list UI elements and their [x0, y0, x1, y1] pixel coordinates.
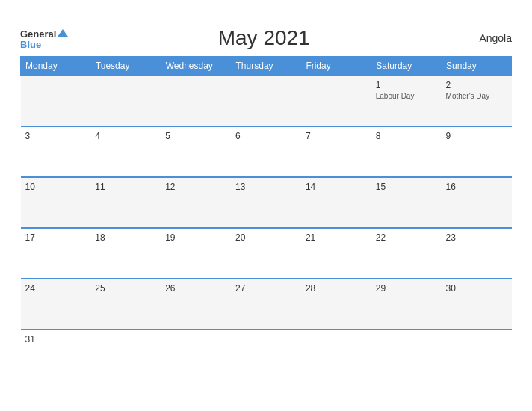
calendar-cell — [231, 75, 301, 126]
day-number: 1 — [376, 80, 437, 90]
month-title: May 2021 — [68, 26, 460, 50]
calendar-cell: 13 — [231, 177, 301, 228]
day-number: 6 — [235, 131, 297, 141]
calendar-cell — [90, 75, 161, 126]
week-row-3: 10111213141516 — [21, 177, 512, 228]
day-number: 13 — [235, 182, 297, 192]
day-number: 8 — [376, 131, 437, 141]
day-number: 17 — [25, 232, 87, 243]
day-number: 30 — [446, 283, 507, 294]
calendar-cell — [442, 330, 512, 380]
week-row-5: 24252627282930 — [21, 279, 512, 330]
day-number: 21 — [306, 232, 367, 243]
calendar-cell: 24 — [21, 279, 91, 330]
week-row-1: 1Labour Day2Mother's Day — [21, 75, 512, 126]
col-header-saturday: Saturday — [371, 57, 442, 76]
column-headers-row: MondayTuesdayWednesdayThursdayFridaySatu… — [21, 57, 512, 76]
calendar-cell: 11 — [90, 177, 161, 228]
calendar-cell — [231, 330, 301, 380]
day-number: 2 — [446, 80, 507, 90]
week-row-2: 3456789 — [21, 126, 512, 177]
col-header-thursday: Thursday — [231, 57, 301, 76]
calendar-cell: 19 — [161, 228, 231, 279]
calendar-cell: 17 — [21, 228, 91, 279]
day-number: 10 — [25, 182, 87, 192]
calendar-cell — [301, 330, 371, 380]
holiday-label: Mother's Day — [446, 92, 507, 100]
calendar-cell: 27 — [231, 279, 301, 330]
day-number: 25 — [95, 283, 156, 294]
day-number: 9 — [446, 131, 507, 141]
calendar-cell: 6 — [231, 126, 301, 177]
day-number: 16 — [446, 182, 507, 192]
calendar-cell — [161, 330, 231, 380]
calendar-cell: 12 — [161, 177, 231, 228]
calendar-cell — [161, 75, 231, 126]
week-row-4: 17181920212223 — [21, 228, 512, 279]
calendar-container: General Blue May 2021 Angola MondayTuesd… — [8, 19, 524, 392]
calendar-cell: 28 — [301, 279, 371, 330]
calendar-cell: 14 — [301, 177, 371, 228]
calendar-cell: 20 — [231, 228, 301, 279]
col-header-tuesday: Tuesday — [90, 57, 161, 76]
calendar-cell: 18 — [90, 228, 161, 279]
logo-general-text: General — [20, 28, 68, 40]
day-number: 12 — [165, 182, 226, 192]
day-number: 28 — [306, 283, 367, 294]
day-number: 22 — [376, 232, 437, 243]
week-row-6: 31 — [21, 330, 512, 380]
calendar-cell: 23 — [442, 228, 512, 279]
logo-blue-text: Blue — [20, 40, 68, 49]
calendar-cell: 7 — [301, 126, 371, 177]
holiday-label: Labour Day — [376, 92, 437, 100]
day-number: 18 — [95, 232, 156, 243]
day-number: 23 — [446, 232, 507, 243]
day-number: 14 — [306, 182, 367, 192]
country-label: Angola — [460, 32, 512, 44]
calendar-cell — [371, 330, 442, 380]
calendar-cell: 8 — [371, 126, 442, 177]
col-header-wednesday: Wednesday — [161, 57, 231, 76]
calendar-cell: 5 — [161, 126, 231, 177]
calendar-cell: 31 — [21, 330, 91, 380]
calendar-cell: 4 — [90, 126, 161, 177]
day-number: 27 — [235, 283, 297, 294]
day-number: 4 — [95, 131, 156, 141]
col-header-friday: Friday — [301, 57, 371, 76]
day-number: 29 — [376, 283, 437, 294]
calendar-cell: 1Labour Day — [371, 75, 442, 126]
calendar-cell: 26 — [161, 279, 231, 330]
logo: General Blue — [20, 28, 68, 49]
calendar-cell: 2Mother's Day — [442, 75, 512, 126]
calendar-header: General Blue May 2021 Angola — [20, 26, 512, 50]
calendar-table: MondayTuesdayWednesdayThursdayFridaySatu… — [20, 56, 512, 380]
calendar-cell: 25 — [90, 279, 161, 330]
calendar-cell: 3 — [21, 126, 91, 177]
calendar-cell: 10 — [21, 177, 91, 228]
day-number: 26 — [165, 283, 226, 294]
calendar-cell: 9 — [442, 126, 512, 177]
col-header-sunday: Sunday — [442, 57, 512, 76]
calendar-cell — [21, 75, 91, 126]
day-number: 3 — [25, 131, 87, 141]
day-number: 5 — [165, 131, 226, 141]
day-number: 24 — [25, 283, 87, 294]
calendar-cell: 29 — [371, 279, 442, 330]
day-number: 20 — [235, 232, 297, 243]
calendar-cell: 15 — [371, 177, 442, 228]
logo-triangle-icon — [58, 29, 68, 37]
calendar-cell: 21 — [301, 228, 371, 279]
day-number: 19 — [165, 232, 226, 243]
calendar-cell: 16 — [442, 177, 512, 228]
col-header-monday: Monday — [21, 57, 91, 76]
day-number: 11 — [95, 182, 156, 192]
calendar-cell — [301, 75, 371, 126]
day-number: 7 — [306, 131, 367, 141]
day-number: 31 — [25, 334, 87, 344]
day-number: 15 — [376, 182, 437, 192]
calendar-cell: 22 — [371, 228, 442, 279]
calendar-cell — [90, 330, 161, 380]
calendar-cell: 30 — [442, 279, 512, 330]
